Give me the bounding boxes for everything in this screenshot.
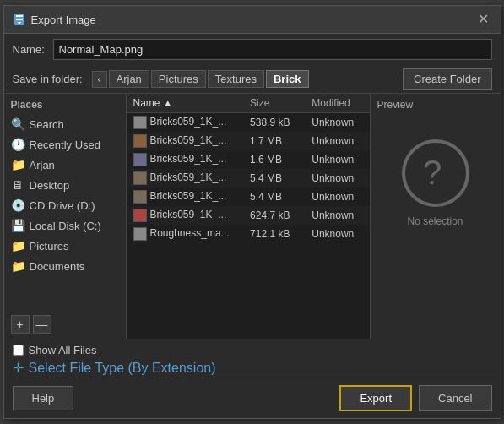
breadcrumb-pictures[interactable]: Pictures	[151, 70, 206, 88]
file-modified-cell: Unknown	[305, 225, 369, 243]
svg-rect-2	[16, 19, 23, 20]
select-file-type-label: Select File Type (By Extension)	[29, 361, 216, 376]
file-modified-cell: Unknown	[305, 169, 369, 188]
name-input[interactable]	[53, 39, 492, 60]
file-name-cell: Bricks059_1K_...	[127, 113, 244, 133]
sidebar-item-local-disk-c[interactable]: 💾 Local Disk (C:)	[4, 215, 126, 236]
svg-rect-1	[16, 15, 23, 17]
breadcrumb-brick[interactable]: Brick	[266, 70, 309, 88]
preview-icon: ?	[402, 139, 469, 207]
select-file-type-row: ✛ Select File Type (By Extension)	[13, 360, 492, 376]
file-size-cell: 5.4 MB	[243, 169, 305, 188]
table-header-row: Name ▲ Size Modified	[127, 94, 370, 113]
main-area: Places 🔍 Search 🕐 Recently Used 📁 Arjan …	[4, 93, 501, 339]
table-row[interactable]: Bricks059_1K_... 538.9 kB Unknown	[127, 113, 370, 133]
preview-no-selection: No selection	[407, 215, 463, 227]
file-modified-cell: Unknown	[305, 206, 369, 225]
sidebar-label-pictures: Pictures	[30, 240, 69, 253]
svg-text:?: ?	[423, 154, 442, 191]
desktop-icon: 🖥	[11, 178, 24, 192]
breadcrumb-back-btn[interactable]: ‹	[92, 71, 107, 88]
close-button[interactable]: ✕	[474, 11, 492, 28]
breadcrumb-textures[interactable]: Textures	[208, 70, 264, 88]
save-in-label: Save in folder:	[13, 73, 89, 85]
breadcrumb-row: Save in folder: ‹ Arjan Pictures Texture…	[4, 65, 501, 93]
preview-header: Preview	[371, 94, 420, 114]
table-row[interactable]: Bricks059_1K_... 5.4 MB Unknown	[127, 169, 370, 188]
table-row[interactable]: Bricks059_1K_... 1.7 MB Unknown	[127, 132, 370, 150]
file-modified-cell: Unknown	[305, 188, 369, 206]
file-modified-cell: Unknown	[305, 150, 369, 169]
help-button[interactable]: Help	[13, 386, 74, 410]
file-name-cell: Bricks059_1K_...	[127, 150, 244, 169]
sidebar-item-arjan[interactable]: 📁 Arjan	[4, 155, 126, 175]
sidebar-header: Places	[4, 94, 126, 114]
sidebar-label-cd-drive: CD Drive (D:)	[30, 199, 95, 212]
file-size-cell: 1.6 MB	[243, 150, 305, 169]
footer-buttons: Help Export Cancel	[4, 378, 501, 418]
sidebar-item-search[interactable]: 🔍 Search	[4, 114, 126, 134]
col-modified[interactable]: Modified	[305, 94, 369, 113]
sidebar-item-recently-used[interactable]: 🕐 Recently Used	[4, 134, 126, 155]
file-size-cell: 712.1 kB	[243, 225, 305, 243]
table-row[interactable]: Bricks059_1K_... 624.7 kB Unknown	[127, 206, 370, 225]
file-name-cell: Bricks059_1K_...	[127, 206, 244, 225]
sidebar-item-pictures[interactable]: 📁 Pictures	[4, 236, 126, 256]
cancel-button[interactable]: Cancel	[419, 385, 491, 411]
dialog-title: Export Image	[31, 14, 96, 26]
search-icon: 🔍	[11, 117, 24, 131]
footer-right-buttons: Export Cancel	[339, 385, 491, 411]
sidebar-label-recently-used: Recently Used	[30, 139, 101, 151]
sidebar-actions: + —	[4, 310, 126, 339]
sidebar: Places 🔍 Search 🕐 Recently Used 📁 Arjan …	[4, 94, 127, 339]
sidebar-item-cd-drive[interactable]: 💿 CD Drive (D:)	[4, 195, 126, 215]
file-size-cell: 624.7 kB	[243, 206, 305, 225]
sidebar-label-local-disk-c: Local Disk (C:)	[30, 220, 101, 232]
breadcrumb-arjan[interactable]: Arjan	[109, 70, 149, 88]
remove-place-button[interactable]: —	[33, 315, 51, 334]
file-size-cell: 538.9 kB	[243, 113, 305, 133]
table-row[interactable]: Roughness_ma... 712.1 kB Unknown	[127, 225, 370, 243]
sidebar-label-arjan: Arjan	[30, 159, 55, 171]
question-mark-icon: ?	[415, 152, 457, 194]
show-all-files-checkbox[interactable]	[13, 345, 24, 356]
file-name-cell: Bricks059_1K_...	[127, 188, 244, 206]
sidebar-label-documents: Documents	[30, 260, 85, 273]
file-size-cell: 5.4 MB	[243, 188, 305, 206]
table-row[interactable]: Bricks059_1K_... 1.6 MB Unknown	[127, 150, 370, 169]
export-button[interactable]: Export	[339, 385, 412, 411]
file-modified-cell: Unknown	[305, 113, 369, 133]
add-place-button[interactable]: +	[11, 315, 30, 334]
name-label: Name:	[13, 43, 46, 56]
file-table: Name ▲ Size Modified Bricks059_1K_... 53…	[127, 94, 370, 243]
file-name-cell: Bricks059_1K_...	[127, 169, 244, 188]
recently-used-icon: 🕐	[11, 138, 24, 151]
folder-icon-arjan: 📁	[11, 158, 24, 171]
show-all-files-label: Show All Files	[29, 344, 97, 356]
show-all-files-row: Show All Files	[13, 344, 492, 356]
titlebar: Export Image ✕	[4, 6, 501, 34]
file-size-cell: 1.7 MB	[243, 132, 305, 150]
titlebar-left: Export Image	[13, 13, 96, 26]
table-row[interactable]: Bricks059_1K_... 5.4 MB Unknown	[127, 188, 370, 206]
export-image-dialog: Export Image ✕ Name: Save in folder: ‹ A…	[3, 5, 501, 419]
col-name[interactable]: Name ▲	[127, 94, 244, 113]
name-row: Name:	[4, 34, 501, 65]
create-folder-button[interactable]: Create Folder	[403, 68, 491, 90]
cd-icon: 💿	[11, 198, 24, 212]
file-name-cell: Roughness_ma...	[127, 225, 244, 243]
dialog-icon	[13, 13, 26, 26]
preview-area: Preview ? No selection	[370, 94, 501, 339]
col-size[interactable]: Size	[243, 94, 305, 113]
bottom-options: Show All Files ✛ Select File Type (By Ex…	[4, 339, 501, 378]
sidebar-item-desktop[interactable]: 🖥 Desktop	[4, 175, 126, 195]
folder-icon-pictures: 📁	[11, 239, 24, 253]
sidebar-item-documents[interactable]: 📁 Documents	[4, 256, 126, 276]
sidebar-label-search: Search	[30, 118, 64, 131]
breadcrumb-nav: ‹ Arjan Pictures Textures Brick	[92, 70, 309, 88]
sidebar-label-desktop: Desktop	[30, 179, 70, 192]
file-modified-cell: Unknown	[305, 132, 369, 150]
folder-icon-documents: 📁	[11, 259, 24, 273]
file-list-area: Name ▲ Size Modified Bricks059_1K_... 53…	[127, 94, 370, 339]
select-file-type-icon: ✛	[13, 360, 24, 376]
